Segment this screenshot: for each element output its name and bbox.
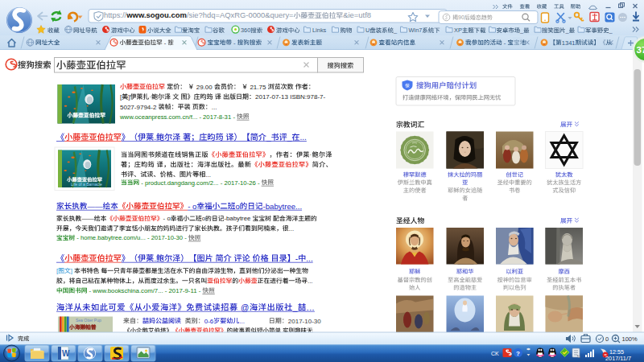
svg-text:?: ? (516, 350, 520, 357)
svg-text:2017-8-31: 2017-8-31 (203, 113, 231, 121)
svg-text:_: _ (292, 303, 298, 312)
svg-text:-: - (76, 234, 79, 241)
svg-text:a: a (83, 182, 85, 187)
svg-text:Pup: Pup (94, 318, 101, 323)
svg-text:0-6: 0-6 (204, 318, 214, 325)
svg-text:2017-07-13: 2017-07-13 (255, 93, 288, 101)
svg-text:XP: XP (454, 27, 462, 34)
svg-text:_: _ (266, 133, 271, 142)
svg-text:_: _ (609, 27, 613, 34)
svg-text:——: —— (87, 202, 103, 211)
svg-text:360: 360 (241, 27, 250, 34)
svg-text:product.dangdang.com/2...: product.dangdang.com/2... (145, 179, 219, 187)
svg-text:-babytree...: -babytree... (263, 202, 303, 211)
svg-text:&ie=utf8: &ie=utf8 (343, 10, 371, 19)
svg-text:@: @ (241, 303, 250, 312)
svg-text:Life: Life (71, 182, 77, 187)
svg-text:·: · (310, 151, 312, 158)
svg-text:-: - (147, 234, 150, 241)
svg-text:...: ... (205, 171, 211, 179)
svg-text:CK: CK (491, 351, 499, 356)
svg-text:o: o (202, 215, 206, 222)
svg-text:-: - (258, 179, 260, 187)
svg-text:www.oceanpress.com.cn/f...: www.oceanpress.com.cn/f... (119, 113, 197, 121)
svg-text:www.sogou.com: www.sogou.com (126, 10, 187, 19)
svg-text:of: of (79, 182, 83, 187)
svg-text:...: ... (307, 303, 315, 312)
svg-text:.: . (154, 254, 156, 263)
svg-text:-: - (165, 287, 167, 294)
svg-text:-babytree: -babytree (224, 215, 250, 222)
svg-text:-: - (188, 202, 190, 211)
svg-text:https://: https:// (104, 10, 127, 19)
svg-text:1341: 1341 (562, 39, 576, 47)
svg-text:2017-9-11: 2017-9-11 (169, 287, 197, 294)
svg-text:-: - (221, 179, 223, 187)
svg-text:-: - (295, 254, 298, 263)
svg-text:...: ... (289, 225, 295, 232)
svg-text:-: - (233, 113, 235, 121)
svg-text:29.00: 29.00 (196, 84, 213, 91)
svg-text:o: o (167, 215, 171, 222)
svg-text:.: . (154, 133, 156, 142)
svg-text:0: 0 (605, 335, 609, 343)
svg-text:www.bookschina.com/7...: www.bookschina.com/7... (92, 287, 163, 294)
svg-text:-: - (89, 287, 92, 294)
svg-text:2017-10-26: 2017-10-26 (224, 179, 255, 187)
svg-text:2017/11/7: 2017/11/7 (605, 355, 631, 362)
svg-text:...: ... (212, 104, 217, 111)
svg-text:...: ... (239, 318, 245, 325)
svg-text:ISBN:978-7-: ISBN:978-7- (290, 93, 325, 101)
svg-text:5027-9794-2: 5027-9794-2 (120, 104, 157, 111)
svg-text:home.babytree.com/u...: home.babytree.com/u... (80, 234, 146, 241)
svg-text:2017-10-30: 2017-10-30 (151, 234, 183, 241)
svg-text:_: _ (519, 27, 524, 34)
svg-text:90: 90 (458, 14, 464, 20)
svg-text:]: ] (128, 93, 130, 101)
svg-text:U: U (365, 27, 369, 34)
svg-text:-: - (163, 215, 166, 222)
svg-text:Links: Links (312, 27, 327, 34)
svg-text:·: · (149, 93, 151, 101)
svg-text:Otter: Otter (84, 318, 93, 323)
svg-text:...: ... (308, 278, 313, 285)
svg-text:o: o (192, 202, 196, 211)
svg-text:/sie?hdq=AQxRG-0000&query=: /sie?hdq=AQxRG-0000&query= (187, 10, 294, 19)
svg-text:W: W (62, 349, 70, 358)
svg-text:-: - (199, 287, 201, 294)
svg-text:o: o (235, 202, 239, 211)
svg-text:——: —— (81, 215, 94, 222)
svg-text:Win7: Win7 (409, 27, 423, 34)
svg-text:_: _ (565, 27, 570, 34)
svg-text:21.75: 21.75 (250, 84, 266, 91)
svg-text:Barnacle: Barnacle (86, 182, 102, 187)
svg-text:37: 37 (637, 45, 644, 55)
svg-text:2017-10-30: 2017-10-30 (288, 318, 321, 325)
svg-text:]: ] (71, 267, 72, 274)
svg-text:Sea: Sea (76, 318, 83, 323)
svg-text:100%: 100% (622, 335, 638, 343)
svg-text:-: - (184, 234, 187, 241)
svg-text:...: ... (306, 254, 312, 263)
svg-text:-: - (199, 113, 201, 121)
svg-text:_: _ (287, 133, 292, 142)
svg-text:-: - (141, 179, 143, 187)
svg-text:...: ... (300, 133, 307, 142)
svg-text:_: _ (393, 27, 398, 34)
